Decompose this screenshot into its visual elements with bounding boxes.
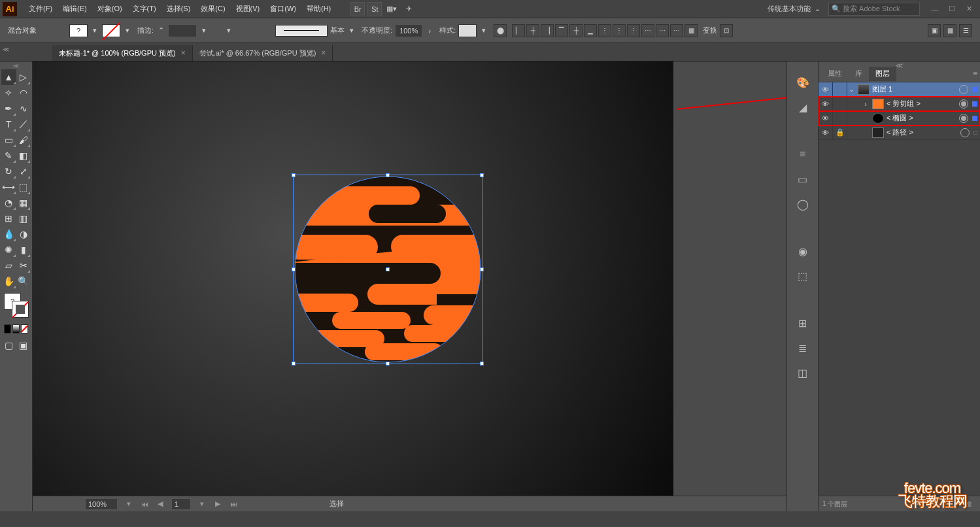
dist-h-icon[interactable]: ⋮	[598, 24, 611, 37]
lock-toggle[interactable]: 🔒	[833, 126, 847, 140]
panel-menu-icon[interactable]: ≡	[973, 69, 977, 77]
stroke-weight-dd[interactable]: ▾	[199, 24, 209, 37]
dist-vbottom-icon[interactable]: ⋯	[670, 24, 683, 37]
paintbrush-tool[interactable]: 🖌	[16, 132, 31, 148]
nav-prev[interactable]: ◀	[156, 500, 165, 509]
appearance-panel-icon[interactable]: ◉	[794, 243, 812, 259]
align-hcenter-icon[interactable]: ┼	[526, 24, 539, 37]
free-transform-tool[interactable]: ⬚	[16, 179, 31, 195]
pathfinder-panel-icon[interactable]: ◫	[794, 365, 812, 381]
stroke-panel-icon[interactable]: ≡	[794, 146, 812, 162]
screen-mode-normal[interactable]: ▢	[1, 337, 16, 353]
zoom-dd[interactable]: ▾	[124, 500, 133, 509]
more-icon[interactable]: ☰	[959, 24, 972, 37]
color-mode-none[interactable]	[21, 324, 28, 333]
blend-tool[interactable]: ◑	[16, 226, 31, 242]
target-icon[interactable]	[959, 114, 968, 123]
dist-vcenter-icon[interactable]: ⋯	[656, 24, 669, 37]
graphic-styles-icon[interactable]: ⬚	[794, 268, 812, 284]
color-guide-icon[interactable]: ◢	[794, 99, 812, 115]
target-icon[interactable]	[959, 99, 968, 109]
menu-edit[interactable]: 编辑(E)	[58, 0, 92, 18]
dist-hright-icon[interactable]: ⋮	[627, 24, 640, 37]
nav-last[interactable]: ⏭	[229, 500, 238, 509]
visibility-toggle[interactable]: 👁	[819, 82, 833, 97]
artboard-number[interactable]: 1	[171, 498, 191, 510]
color-mode-gradient[interactable]	[12, 324, 20, 333]
shaper-tool[interactable]: ✎	[1, 148, 16, 163]
width-tool[interactable]: ⟷	[1, 179, 16, 195]
hand-tool[interactable]: ✋	[1, 273, 16, 289]
menu-effect[interactable]: 效果(C)	[195, 0, 230, 18]
selection-indicator[interactable]	[973, 131, 977, 135]
transparency-panel-icon[interactable]: ◯	[794, 196, 812, 212]
menu-view[interactable]: 视图(V)	[231, 0, 265, 18]
visibility-toggle[interactable]: 👁	[819, 126, 833, 140]
opacity-value[interactable]: 100%	[395, 24, 422, 37]
gradient-tool[interactable]: ▥	[16, 211, 31, 226]
stroke-profile-dd[interactable]: ▾	[224, 24, 233, 37]
fill-stroke-indicator[interactable]: ?	[4, 293, 28, 319]
lock-toggle[interactable]	[833, 111, 847, 126]
align-right-icon[interactable]: ▕	[541, 24, 554, 37]
align-panel-icon[interactable]: ≣	[794, 340, 812, 356]
lock-toggle[interactable]	[833, 97, 847, 111]
menu-help[interactable]: 帮助(H)	[301, 0, 336, 18]
menu-type[interactable]: 文字(T)	[127, 0, 161, 18]
target-icon[interactable]	[960, 128, 970, 137]
bridge-icon[interactable]: Br	[350, 2, 365, 16]
close-tab-icon[interactable]: ×	[181, 48, 186, 58]
visibility-toggle[interactable]: 👁	[819, 111, 833, 126]
lasso-tool[interactable]: ◠	[16, 85, 31, 101]
type-tool[interactable]: T	[1, 116, 16, 132]
color-mode-solid[interactable]	[4, 324, 11, 333]
line-tool[interactable]: ／	[16, 116, 31, 132]
recolor-icon[interactable]: ⬤	[494, 24, 507, 37]
graphic-style-swatch[interactable]	[458, 24, 477, 37]
canvas[interactable]: 100% ▾ ⏮ ◀ 1 ▾ ▶ ⏭ 选择	[33, 61, 786, 511]
fill-dropdown[interactable]: ▾	[90, 24, 99, 37]
rectangle-tool[interactable]: ▭	[1, 132, 16, 148]
selection-bounding-box[interactable]	[293, 175, 482, 364]
artboard-tool[interactable]: ▱	[1, 258, 16, 273]
stock-icon[interactable]: St	[367, 2, 382, 16]
align-bottom-icon[interactable]: ▁	[584, 24, 597, 37]
tab-scroll[interactable]: ≪	[3, 46, 9, 53]
close-button[interactable]: ✕	[960, 3, 977, 15]
curvature-tool[interactable]: ∿	[16, 101, 31, 116]
layer-row-clipgroup[interactable]: 👁 › < 剪切组 >	[819, 97, 980, 111]
pen-tool[interactable]: ✒	[1, 101, 16, 116]
dist-hcenter-icon[interactable]: ⋮	[613, 24, 626, 37]
stroke-dropdown[interactable]: ▾	[123, 24, 132, 37]
align-to-icon[interactable]: ▦	[684, 24, 698, 37]
tab-layers[interactable]: 图层	[869, 67, 896, 81]
gpu-icon[interactable]: ✈	[401, 2, 416, 16]
menu-object[interactable]: 对象(O)	[92, 0, 127, 18]
brush-dd[interactable]: ▾	[347, 24, 356, 37]
layer-row-layer1[interactable]: 👁 ⌄ 图层 1	[819, 82, 980, 97]
mesh-tool[interactable]: ⊞	[1, 211, 16, 226]
stroke-weight-input[interactable]	[168, 24, 197, 37]
maximize-button[interactable]: ☐	[943, 3, 960, 15]
edit-mask-icon[interactable]: ▦	[943, 24, 956, 37]
zoom-level[interactable]: 100%	[85, 498, 118, 510]
selection-tool[interactable]: ▲	[1, 69, 16, 85]
menu-file[interactable]: 文件(F)	[24, 0, 58, 18]
transform-panel-icon[interactable]: ⊞	[794, 315, 812, 331]
dist-v-icon[interactable]: ⋯	[641, 24, 654, 37]
rotate-tool[interactable]: ↻	[1, 163, 16, 179]
align-left-icon[interactable]: ▏	[512, 24, 525, 37]
target-icon[interactable]	[959, 85, 968, 94]
magic-wand-tool[interactable]: ✧	[1, 85, 16, 101]
align-vcenter-icon[interactable]: ┼	[569, 24, 583, 37]
tab-libraries[interactable]: 库	[849, 67, 869, 81]
column-graph-tool[interactable]: ▮	[16, 242, 31, 258]
search-adobe-stock[interactable]: 🔍 搜索 Adobe Stock	[828, 3, 920, 16]
disclosure-icon[interactable]: ›	[862, 100, 870, 108]
nav-first[interactable]: ⏮	[140, 500, 149, 509]
arrange-docs-icon[interactable]: ▦▾	[384, 2, 399, 16]
doc-tab-1[interactable]: 未标题-1* @ 100% (RGB/GPU 预览)×	[52, 45, 193, 61]
selection-indicator[interactable]	[972, 101, 977, 107]
stroke-swatch[interactable]	[102, 24, 120, 37]
align-top-icon[interactable]: ▔	[555, 24, 568, 37]
